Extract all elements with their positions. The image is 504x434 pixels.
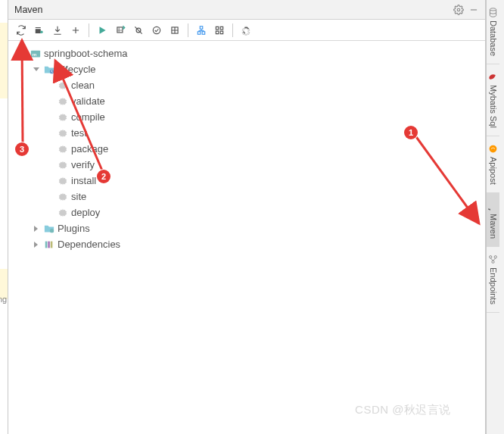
editor-gutter: ng (0, 0, 8, 434)
lifecycle-item[interactable]: clean (11, 77, 482, 93)
node-label: Lifecycle (58, 64, 96, 75)
node-label: site (71, 191, 86, 202)
tab-maven[interactable]: m Maven (487, 193, 499, 247)
tab-database[interactable]: Database (487, 0, 499, 64)
toolbar-separator (232, 23, 233, 37)
chevron-right-icon[interactable] (31, 223, 42, 234)
panel-title-bar: Maven (8, 0, 485, 20)
gear-icon (57, 159, 68, 170)
maven-project-icon: m (30, 48, 41, 59)
svg-point-19 (490, 255, 492, 258)
folder-icon (43, 64, 54, 75)
toggle-offline-button[interactable] (148, 22, 165, 39)
toolbar-separator (188, 23, 188, 37)
svg-point-4 (153, 27, 160, 33)
gear-icon[interactable] (453, 5, 464, 15)
tab-label: Mybatis Sql (489, 85, 498, 128)
node-label: install (71, 175, 96, 186)
node-label: package (71, 143, 108, 155)
node-label: validate (71, 95, 105, 107)
minimize-icon[interactable] (468, 5, 479, 15)
toggle-skip-tests-button[interactable] (130, 22, 147, 39)
lifecycle-item[interactable]: deploy (11, 205, 482, 220)
tab-endpoints[interactable]: Endpoints (487, 247, 499, 313)
tab-label: Database (489, 20, 498, 56)
svg-rect-14 (48, 241, 50, 248)
chevron-down-icon[interactable] (17, 48, 28, 59)
svg-point-12 (49, 229, 53, 233)
gutter-text: ng (0, 295, 7, 304)
svg-point-16 (490, 8, 496, 11)
reload-button[interactable] (13, 22, 30, 39)
lifecycle-item[interactable]: package (11, 141, 482, 157)
gear-icon (57, 95, 68, 107)
project-node[interactable]: m springboot-schema (11, 45, 482, 61)
lifecycle-item[interactable]: site (11, 189, 482, 205)
node-label: springboot-schema (44, 48, 128, 59)
toolbar-separator (89, 23, 89, 37)
node-label: verify (71, 159, 95, 170)
gear-icon (57, 80, 68, 91)
node-label: Dependencies (58, 239, 120, 250)
lifecycle-item[interactable]: verify (11, 157, 482, 173)
gear-icon (57, 191, 68, 202)
svg-rect-7 (202, 31, 205, 34)
node-label: deploy (71, 207, 100, 218)
node-label: Plugins (58, 223, 90, 234)
lifecycle-item[interactable]: test (11, 125, 482, 141)
apipost-icon (488, 144, 498, 154)
lifecycle-node[interactable]: Lifecycle (11, 61, 482, 77)
mybatis-icon (488, 72, 498, 82)
generate-sources-button[interactable] (31, 22, 48, 39)
svg-point-17 (490, 145, 497, 153)
show-dependencies-button[interactable] (193, 22, 210, 39)
svg-point-0 (457, 8, 460, 11)
execute-goal-button[interactable] (112, 22, 129, 39)
maven-toolbar (8, 20, 485, 41)
lifecycle-item[interactable]: install (11, 173, 482, 189)
gear-icon (57, 127, 68, 139)
database-icon (488, 8, 498, 17)
svg-text:m: m (32, 51, 36, 56)
settings-button[interactable] (238, 22, 254, 39)
panel-title: Maven (14, 5, 43, 15)
maven-icon: m (488, 201, 498, 211)
lifecycle-item[interactable]: validate (11, 93, 482, 109)
lifecycle-item[interactable]: compile (11, 109, 482, 125)
dependencies-node[interactable]: Dependencies (11, 236, 482, 252)
svg-point-20 (494, 255, 496, 258)
run-button[interactable] (94, 22, 110, 39)
svg-point-1 (40, 30, 43, 33)
node-label: test (71, 127, 87, 139)
download-sources-button[interactable] (49, 22, 66, 39)
svg-text:m: m (488, 208, 493, 210)
gear-icon (57, 207, 68, 218)
add-project-button[interactable] (67, 22, 84, 39)
tab-label: Maven (489, 214, 498, 239)
collapse-all-button[interactable] (211, 22, 228, 39)
gear-icon (57, 175, 68, 186)
folder-icon (43, 223, 54, 234)
plugins-node[interactable]: Plugins (11, 220, 482, 236)
svg-rect-6 (198, 31, 201, 34)
right-tool-window-bar: Database Mybatis Sql Apipost m Maven End… (486, 0, 504, 434)
block-icon[interactable] (166, 22, 183, 39)
maven-tree: m springboot-schema Lifecycle clean vali… (8, 41, 485, 257)
tab-apipost[interactable]: Apipost (487, 136, 499, 193)
svg-point-21 (492, 261, 494, 263)
maven-tool-window: Maven m springboot-schem (8, 0, 486, 434)
tab-mybatis[interactable]: Mybatis Sql (487, 64, 499, 136)
svg-rect-13 (45, 241, 47, 248)
node-label: clean (71, 80, 95, 91)
node-label: compile (71, 111, 105, 123)
tab-label: Endpoints (489, 267, 498, 304)
svg-rect-8 (200, 26, 203, 29)
library-icon (43, 239, 54, 250)
chevron-right-icon[interactable] (31, 239, 42, 250)
chevron-down-icon[interactable] (31, 64, 42, 75)
endpoints-icon (488, 254, 498, 264)
tab-label: Apipost (489, 157, 498, 185)
gear-icon (57, 143, 68, 155)
gutter-highlight (0, 23, 8, 98)
svg-rect-15 (50, 241, 52, 248)
